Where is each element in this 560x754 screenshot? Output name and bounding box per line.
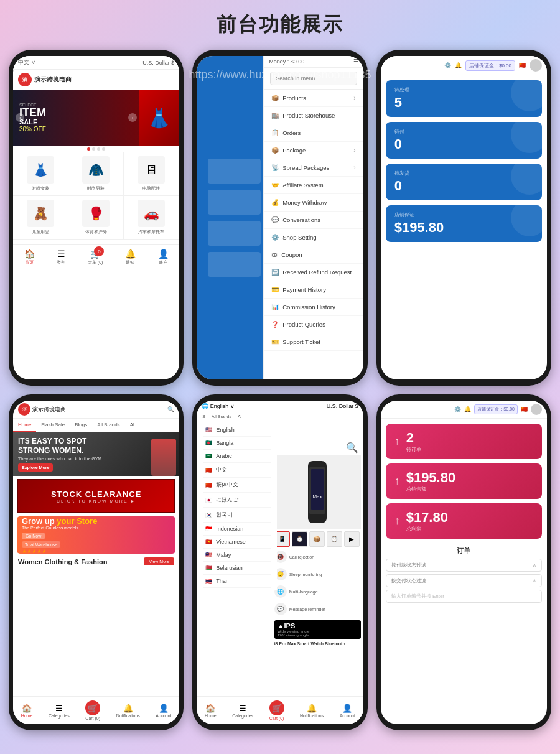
p2-menu-affiliate[interactable]: 🤝 Affiliate System	[264, 177, 363, 194]
p1-cat-4[interactable]: 🥊 体育和户外	[68, 196, 124, 240]
p5-thumb-5[interactable]: ▶	[344, 531, 360, 547]
p6-avatar[interactable]	[531, 404, 542, 415]
p2-menu-orders[interactable]: 📋 Orders	[264, 124, 363, 142]
p2-menu-products[interactable]: 📦 Products ›	[264, 90, 363, 107]
p2-products-label: Products	[282, 95, 306, 101]
p1-banner-next[interactable]: ›	[128, 113, 137, 122]
p5-search-icon[interactable]: 🔍	[346, 442, 358, 454]
p3-card-unpaid[interactable]: 待付 0	[386, 122, 542, 159]
p4-tab-cart[interactable]: 🛒 Cart (0)	[85, 700, 100, 720]
p2-menu-package[interactable]: 📦 Package ›	[264, 142, 363, 159]
p1-tab-cart[interactable]: 0 🛒 大车 (0)	[88, 249, 103, 266]
p4-tab-home[interactable]: 🏠 Home	[21, 704, 33, 718]
p4-view-more-btn[interactable]: View More	[144, 557, 174, 566]
p6-gear-icon[interactable]: ⚙️	[454, 406, 461, 412]
p6-filter-delivery[interactable]: 按交付状态过滤 ∧	[386, 574, 542, 587]
p5-lang-en[interactable]: 🇺🇸 English	[203, 424, 270, 437]
p5-lang-th[interactable]: 🇹🇭 Thai	[203, 575, 270, 588]
p3-card-pending[interactable]: 待处理 5	[386, 80, 542, 117]
p2-menu-refund[interactable]: ↩️ Received Refund Request	[264, 264, 363, 281]
p5-tab-notify[interactable]: 🔔 Notifications	[300, 704, 324, 718]
p6-order-input[interactable]: 输入订单编号并按 Enter	[386, 590, 542, 603]
p6-filter-payment[interactable]: 按付款状态过滤 ∧	[386, 559, 542, 572]
p4-nav-brands[interactable]: All Brands	[92, 419, 124, 432]
p5-tab-acct[interactable]: 👤 Account	[340, 704, 355, 718]
p2-menu-support[interactable]: 🎫 Support Ticket	[264, 333, 363, 351]
p3-card-guarantee[interactable]: 店铺保证 $195.80	[386, 205, 542, 242]
p2-menu-money[interactable]: 💰 Money Withdraw	[264, 194, 363, 212]
p4-nav-flash[interactable]: Flash Sale	[36, 419, 70, 432]
p5-thumb-2[interactable]: ⌚	[292, 531, 307, 547]
p2-menu-coupon[interactable]: 🎟 Coupon	[264, 246, 363, 264]
phone-4-frame: 演 演示跨境电商 🔍 Home Flash Sale Blogs All Bra…	[9, 394, 184, 730]
p5-nav-al[interactable]: Al	[235, 412, 245, 421]
p5-lang-be[interactable]: 🇧🇾 Belarusian	[203, 562, 270, 575]
p5-nav-allbrands[interactable]: All Brands	[208, 412, 235, 421]
p2-menu-payment[interactable]: 💳 Payment History	[264, 281, 363, 299]
p4-nav-home[interactable]: Home	[13, 419, 36, 432]
p1-cat-2[interactable]: 🖥 电脑配件	[124, 152, 179, 196]
p1-cat-3[interactable]: 🧸 儿童用品	[13, 196, 68, 240]
p2-menu-shop[interactable]: ⚙️ Shop Setting	[264, 229, 363, 246]
p5-tab-home[interactable]: 🏠 Home	[205, 704, 217, 718]
p3-card-unshipped[interactable]: 待发货 0	[386, 164, 542, 200]
p5-flag-zht: 🇨🇳	[205, 482, 212, 488]
p1-tab-notify[interactable]: 🔔 通知	[125, 249, 136, 266]
p1-tab-cats[interactable]: ☰ 类别	[57, 249, 65, 266]
p5-lang-bn[interactable]: 🇧🇩 Bangla	[203, 437, 270, 450]
p5-lang-ar[interactable]: 🇸🇦 Arabic	[203, 450, 270, 463]
p5-lang-ms[interactable]: 🇲🇾 Malay	[203, 549, 270, 562]
p5-tab-cats[interactable]: ☰ Categories	[232, 704, 253, 718]
p2-menu-commission[interactable]: 📊 Commission History	[264, 299, 363, 316]
p2-commission-icon: 📊	[271, 304, 279, 310]
p2-menu-convo[interactable]: 💬 Conversations	[264, 212, 363, 229]
p5-lang-zh[interactable]: 🇨🇳 中文	[203, 463, 270, 478]
p1-lang[interactable]: 中文 ∨	[18, 58, 35, 67]
p2-menu-icon[interactable]: ☰	[353, 58, 358, 65]
p1-banner-prev[interactable]: ‹	[16, 113, 24, 122]
p5-feature-msg-label: Message reminder	[289, 607, 325, 612]
p6-card-profit[interactable]: ↑ $17.80 总利润	[386, 503, 542, 539]
p5-lang-zht[interactable]: 🇨🇳 繁体中文	[203, 478, 270, 493]
p3-gear-icon[interactable]: ⚙️	[444, 62, 451, 68]
p5-lang-id[interactable]: 🇮🇩 Indonesian	[203, 523, 270, 536]
p1-currency[interactable]: U.S. Dollar $	[142, 60, 174, 66]
p1-tab-acct[interactable]: 👤 账户	[158, 249, 169, 266]
p5-lang-vi[interactable]: 🇻🇳 Vietnamese	[203, 536, 270, 549]
p6-card-sales[interactable]: ↑ $195.80 总销售额	[386, 463, 542, 499]
p6-menu-icon[interactable]: ☰	[386, 406, 391, 412]
p5-thumb-3[interactable]: 📦	[309, 531, 325, 547]
p2-sidebar-block-4	[208, 252, 260, 277]
p5-tab-cart[interactable]: 🛒 Cart (0)	[269, 700, 284, 720]
p4-tab-acct[interactable]: 👤 Account	[156, 704, 171, 718]
p3-avatar[interactable]	[530, 59, 542, 72]
p5-lang-ko[interactable]: 🇰🇷 한국이	[203, 508, 270, 523]
p5-nav-s[interactable]: S	[199, 412, 208, 421]
p2-search-input[interactable]	[270, 72, 357, 85]
p3-bell-icon[interactable]: 🔔	[455, 62, 462, 68]
p5-lang-selector[interactable]: 🌐 English ∨	[202, 403, 235, 409]
p4-nav-more[interactable]: Al	[125, 419, 139, 432]
p2-menu-queries[interactable]: ❓ Product Queries	[264, 316, 363, 333]
p4-search-icon[interactable]: 🔍	[167, 406, 174, 412]
p4-tab-notify[interactable]: 🔔 Notifications	[116, 704, 140, 718]
p4-tab-cats[interactable]: ☰ Categories	[49, 704, 70, 718]
p1-cat-1[interactable]: 🧥 时尚男装	[68, 152, 124, 196]
p5-thumb-4[interactable]: ⌚	[327, 531, 342, 547]
p1-tab-home[interactable]: 🏠 首页	[24, 249, 35, 266]
p1-cat-0[interactable]: 👗 时尚女装	[13, 152, 68, 196]
p6-bell-icon[interactable]: 🔔	[464, 406, 471, 412]
p6-card-orders[interactable]: ↑ 2 待订单	[386, 424, 542, 459]
p6-card-orders-icon: ↑	[394, 435, 400, 448]
p2-menu-spread[interactable]: 📡 Spread Packages ›	[264, 159, 363, 177]
p2-menu-storehouse[interactable]: 🏬 Product Storehouse	[264, 107, 363, 124]
p5-lang-ja[interactable]: 🇯🇵 にほんご	[203, 493, 270, 508]
p3-menu-icon[interactable]: ☰	[386, 62, 391, 68]
p4-promo-go-btn[interactable]: Go Now	[22, 533, 45, 539]
p2-commission-label: Commission History	[282, 304, 335, 310]
p4-nav-blogs[interactable]: Blogs	[70, 419, 92, 432]
p2-menu-support-left: 🎫 Support Ticket	[271, 338, 320, 345]
p4-explore-btn[interactable]: Explore More	[18, 463, 53, 472]
p4-stock-banner[interactable]: STOCK CLEARANCE CLICK TO KNOW MORE ►	[17, 479, 175, 513]
p1-cat-5[interactable]: 🚗 汽车和摩托车	[124, 196, 179, 240]
